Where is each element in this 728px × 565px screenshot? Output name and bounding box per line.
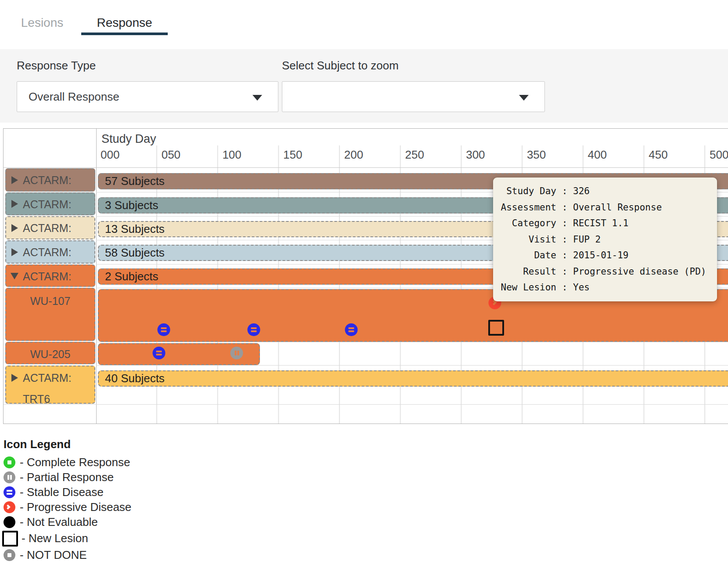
arm-row-label-trt1[interactable]: ACTARM: TRT1	[5, 168, 95, 192]
stable-disease-icon[interactable]	[248, 323, 260, 336]
arm-bar-label: 40 Subjects	[105, 371, 165, 386]
tooltip-value: 326	[573, 183, 590, 199]
assessment-tooltip: Study Day : 326 Assessment : Overall Res…	[493, 177, 717, 301]
arm-row-label-trt2[interactable]: ACTARM: TRT2	[5, 192, 95, 215]
tooltip-label: Assessment	[500, 199, 556, 216]
tooltip-label: Date	[500, 247, 556, 264]
expand-icon[interactable]	[11, 374, 18, 382]
expand-icon[interactable]	[11, 176, 18, 184]
stable-disease-icon[interactable]	[345, 323, 357, 336]
tooltip-value: Progressive disease (PD)	[573, 264, 706, 280]
response-type-value: Overall Response	[29, 82, 119, 112]
arm-row-label-trt4[interactable]: ACTARM: TRT4	[5, 240, 95, 264]
legend-label: - New Lesion	[22, 532, 88, 545]
legend-item: - Complete Response	[4, 455, 131, 470]
tooltip-value: FUP 2	[573, 232, 601, 248]
subject-zoom-dropdown[interactable]	[282, 81, 545, 112]
axis-tick: 150	[283, 148, 302, 162]
legend-label: - NOT DONE	[20, 548, 87, 562]
legend-item: - Progressive Disease	[4, 500, 131, 514]
stable-disease-icon[interactable]	[152, 347, 165, 359]
label-column-divider	[96, 129, 97, 424]
collapse-icon[interactable]	[11, 273, 18, 279]
partial-response-icon	[4, 471, 15, 483]
axis-tick: 000	[101, 148, 119, 162]
arm-bar-label: 13 Subjects	[105, 222, 165, 236]
partial-response-icon[interactable]	[231, 347, 243, 359]
arm-row-label-trt3[interactable]: ACTARM: TRT3	[5, 216, 95, 239]
progressive-disease-icon	[4, 501, 15, 513]
not-evaluable-icon	[4, 516, 15, 528]
tooltip-label: Study Day	[500, 183, 556, 199]
new-lesion-icon[interactable]	[488, 320, 504, 336]
response-timeline-chart: Study Day 000 050 100 150 200 250 300 35…	[3, 128, 728, 424]
filter-panel: Response Type Overall Response Select Su…	[0, 49, 728, 123]
row-divider	[96, 342, 728, 342]
arm-row-label-trt5[interactable]: ACTARM: TRT5	[5, 264, 95, 287]
legend-label: - Complete Response	[20, 456, 130, 469]
subject-zoom-label: Select Subject to zoom	[282, 59, 399, 72]
tooltip-label: Visit	[500, 232, 556, 248]
row-divider	[96, 365, 728, 366]
axis-tick: 400	[588, 148, 607, 162]
axis-tick: 300	[466, 148, 485, 162]
legend-item: - Partial Response	[4, 470, 131, 485]
icon-legend: Icon Legend - Complete Response - Partia…	[4, 438, 131, 562]
row-divider	[4, 404, 728, 405]
legend-label: - Stable Disease	[20, 485, 104, 499]
subject-row-label-wu205[interactable]: WU-205	[5, 342, 95, 364]
tooltip-value: Overall Response	[573, 199, 662, 216]
arm-bar-label: 3 Subjects	[105, 198, 158, 213]
axis-tick: 200	[344, 148, 363, 162]
tooltip-label: New Lesion	[500, 279, 556, 296]
complete-response-icon	[4, 456, 15, 468]
new-lesion-icon	[2, 531, 18, 547]
tooltip-label: Result	[500, 264, 556, 280]
axis-tick: 450	[649, 148, 667, 162]
axis-tick: 500	[710, 148, 728, 162]
axis-title: Study Day	[101, 132, 156, 146]
legend-title: Icon Legend	[4, 438, 131, 451]
stable-disease-icon	[4, 486, 15, 498]
expand-icon[interactable]	[11, 200, 18, 208]
arm-label: ACTARM: TRT6	[23, 367, 94, 409]
axis-tick: 350	[527, 148, 546, 162]
chevron-down-icon	[252, 95, 262, 101]
chevron-down-icon	[519, 95, 529, 101]
response-type-label: Response Type	[17, 59, 96, 72]
arm-bar-label: 58 Subjects	[105, 246, 165, 260]
tab-lesions[interactable]: Lesions	[16, 11, 68, 35]
arm-bar-trt6[interactable]: 40 Subjects	[98, 370, 728, 387]
header-divider	[4, 167, 728, 168]
arm-row-label-trt6[interactable]: ACTARM: TRT6	[5, 366, 95, 404]
subject-id: WU-107	[6, 295, 94, 308]
tooltip-value: RECIST 1.1	[573, 215, 628, 232]
legend-item: - NOT DONE	[4, 547, 131, 562]
expand-icon[interactable]	[11, 248, 18, 256]
legend-label: - Progressive Disease	[20, 500, 131, 514]
legend-label: - Partial Response	[20, 471, 114, 484]
axis-tick: 100	[222, 148, 241, 162]
tooltip-label: Category	[500, 215, 556, 232]
legend-item: - New Lesion	[4, 529, 131, 547]
legend-item: - Not Evaluable	[4, 514, 131, 529]
stable-disease-icon[interactable]	[157, 323, 170, 336]
expand-icon[interactable]	[11, 224, 18, 232]
tab-response[interactable]: Response	[81, 11, 168, 35]
arm-bar-label: 2 Subjects	[105, 269, 158, 284]
tooltip-value: 2015-01-19	[573, 247, 628, 264]
axis-tick: 250	[405, 148, 424, 162]
legend-label: - Not Evaluable	[20, 515, 98, 529]
subject-id: WU-205	[6, 348, 94, 361]
response-type-dropdown[interactable]: Overall Response	[17, 81, 278, 112]
legend-item: - Stable Disease	[4, 485, 131, 500]
not-done-icon	[4, 549, 15, 561]
subject-row-label-wu107[interactable]: WU-107	[5, 288, 95, 341]
axis-tick: 050	[162, 148, 180, 162]
arm-bar-label: 57 Subjects	[105, 174, 165, 188]
tooltip-value: Yes	[573, 279, 590, 296]
